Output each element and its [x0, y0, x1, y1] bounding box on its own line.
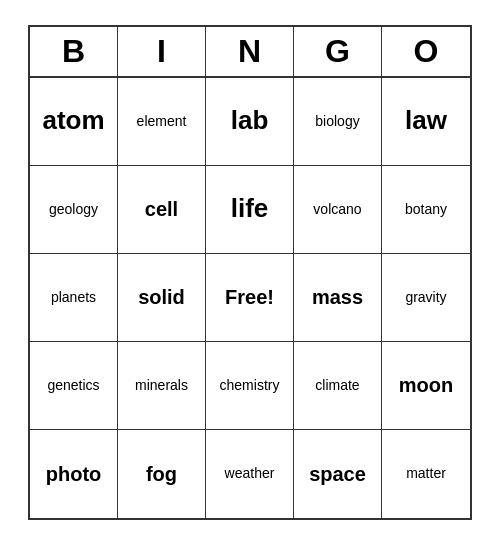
bingo-cell-15: genetics	[30, 342, 118, 430]
header-letter-g: G	[294, 27, 382, 76]
header-letter-b: B	[30, 27, 118, 76]
cell-text-23: space	[309, 462, 366, 486]
bingo-cell-8: volcano	[294, 166, 382, 254]
cell-text-3: biology	[315, 113, 359, 130]
cell-text-8: volcano	[313, 201, 361, 218]
cell-text-0: atom	[42, 105, 104, 136]
header-letter-o: O	[382, 27, 470, 76]
cell-text-12: Free!	[225, 285, 274, 309]
header-letter-n: N	[206, 27, 294, 76]
cell-text-6: cell	[145, 197, 178, 221]
bingo-cell-0: atom	[30, 78, 118, 166]
bingo-cell-12: Free!	[206, 254, 294, 342]
bingo-cell-18: climate	[294, 342, 382, 430]
cell-text-16: minerals	[135, 377, 188, 394]
bingo-cell-2: lab	[206, 78, 294, 166]
bingo-grid: atomelementlabbiologylawgeologycelllifev…	[30, 78, 470, 518]
cell-text-5: geology	[49, 201, 98, 218]
cell-text-14: gravity	[405, 289, 446, 306]
cell-text-1: element	[137, 113, 187, 130]
cell-text-9: botany	[405, 201, 447, 218]
cell-text-13: mass	[312, 285, 363, 309]
bingo-cell-17: chemistry	[206, 342, 294, 430]
cell-text-2: lab	[231, 105, 269, 136]
cell-text-18: climate	[315, 377, 359, 394]
header-letter-i: I	[118, 27, 206, 76]
bingo-cell-7: life	[206, 166, 294, 254]
cell-text-7: life	[231, 193, 269, 224]
bingo-cell-9: botany	[382, 166, 470, 254]
bingo-cell-1: element	[118, 78, 206, 166]
cell-text-15: genetics	[47, 377, 99, 394]
bingo-cell-23: space	[294, 430, 382, 518]
bingo-cell-5: geology	[30, 166, 118, 254]
bingo-cell-13: mass	[294, 254, 382, 342]
bingo-cell-3: biology	[294, 78, 382, 166]
bingo-cell-4: law	[382, 78, 470, 166]
bingo-card: BINGO atomelementlabbiologylawgeologycel…	[28, 25, 472, 520]
bingo-header: BINGO	[30, 27, 470, 78]
bingo-cell-16: minerals	[118, 342, 206, 430]
cell-text-4: law	[405, 105, 447, 136]
bingo-cell-19: moon	[382, 342, 470, 430]
bingo-cell-6: cell	[118, 166, 206, 254]
bingo-cell-14: gravity	[382, 254, 470, 342]
cell-text-11: solid	[138, 285, 185, 309]
cell-text-24: matter	[406, 465, 446, 482]
cell-text-17: chemistry	[220, 377, 280, 394]
bingo-cell-22: weather	[206, 430, 294, 518]
bingo-cell-20: photo	[30, 430, 118, 518]
bingo-cell-21: fog	[118, 430, 206, 518]
bingo-cell-24: matter	[382, 430, 470, 518]
bingo-cell-11: solid	[118, 254, 206, 342]
cell-text-19: moon	[399, 373, 453, 397]
cell-text-10: planets	[51, 289, 96, 306]
bingo-cell-10: planets	[30, 254, 118, 342]
cell-text-20: photo	[46, 462, 102, 486]
cell-text-21: fog	[146, 462, 177, 486]
cell-text-22: weather	[225, 465, 275, 482]
